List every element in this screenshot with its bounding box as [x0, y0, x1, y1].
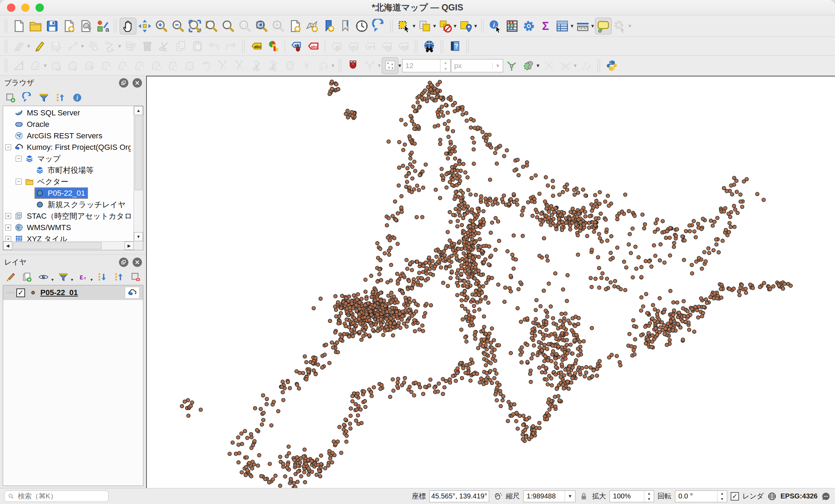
toggle-editing-button[interactable]	[31, 38, 48, 55]
search-input[interactable]	[17, 492, 105, 501]
layout-manager-button[interactable]	[77, 18, 94, 34]
collapse-arrow-icon[interactable]: −	[16, 156, 22, 162]
horizontal-scroll-thumb[interactable]	[13, 242, 102, 249]
expand-all-button[interactable]	[96, 270, 110, 284]
measure-button[interactable]	[574, 18, 591, 34]
enable-snapping-button[interactable]	[344, 57, 361, 74]
zoom-window-button[interactable]	[35, 3, 44, 12]
filter-browser-button[interactable]	[37, 91, 51, 105]
statistical-summary-button[interactable]	[504, 18, 520, 34]
collapse-all-browser-button[interactable]	[54, 91, 67, 105]
show-statistics-button[interactable]: Σ	[537, 18, 554, 34]
chevron-down-icon[interactable]: ▼	[492, 63, 503, 68]
spin-down-icon[interactable]: ▼	[440, 66, 451, 72]
new-spatial-bookmark-button[interactable]: ✱	[320, 18, 337, 34]
open-layer-styling-button[interactable]	[3, 270, 17, 284]
zoom-out-button[interactable]	[170, 18, 186, 34]
scroll-up-arrow[interactable]: ▲	[134, 106, 143, 115]
layers-float-button[interactable]	[119, 258, 128, 267]
filter-legend-button[interactable]	[56, 270, 70, 284]
tree-item--[interactable]: −マップ	[3, 153, 134, 164]
locator-search[interactable]	[4, 490, 109, 502]
remove-layer-button[interactable]	[129, 270, 143, 284]
identify-features-button[interactable]: i	[487, 18, 504, 34]
collapse-all-layers-button[interactable]	[112, 270, 126, 284]
zoom-full-button[interactable]	[186, 18, 203, 34]
manage-map-themes-button[interactable]	[37, 270, 51, 284]
tree-item-wms-wmts[interactable]: +WMS/WMTS	[3, 222, 134, 233]
select-by-location-button[interactable]	[458, 18, 474, 34]
collapse-arrow-icon[interactable]: −	[5, 144, 11, 150]
select-by-location-dropdown-arrow[interactable]: ▾	[474, 23, 477, 29]
spin-down-icon[interactable]: ▼	[717, 496, 727, 502]
scroll-right-arrow[interactable]: ▶	[125, 242, 134, 250]
processing-toolbox-button[interactable]	[520, 18, 537, 34]
render-checkbox[interactable]: ✓	[731, 492, 739, 501]
select-by-value-dropdown-arrow[interactable]: ▾	[433, 23, 436, 29]
browser-float-button[interactable]	[119, 78, 128, 88]
temporal-controller-button[interactable]	[353, 18, 370, 34]
magnifier-spinbox[interactable]: 100% ▲▼	[610, 490, 654, 502]
layer-visibility-checkbox[interactable]: ✓	[16, 288, 25, 297]
show-bookmarks-button[interactable]	[337, 18, 353, 34]
select-features-dropdown-arrow[interactable]: ▾	[413, 23, 415, 29]
minimize-window-button[interactable]	[21, 3, 30, 12]
metasearch-button[interactable]	[421, 38, 437, 55]
new-project-button[interactable]	[10, 18, 27, 34]
snapping-type-dropdown-arrow[interactable]: ▾	[398, 62, 401, 69]
tree-item-stac-[interactable]: +STAC（時空間アセットカタログ）	[3, 210, 134, 222]
browser-properties-button[interactable]: i	[70, 91, 84, 105]
spin-up-icon[interactable]: ▲	[440, 59, 451, 66]
browser-horizontal-scrollbar[interactable]: ◀ ▶	[3, 241, 134, 250]
zoom-in-button[interactable]	[153, 18, 170, 34]
expand-arrow-icon[interactable]: +	[5, 236, 11, 241]
browser-close-button[interactable]	[133, 78, 142, 88]
add-selected-layers-button[interactable]	[3, 91, 17, 105]
snapping-type-button[interactable]	[382, 57, 398, 74]
scale-combobox[interactable]: 1:989488 ▼	[523, 490, 575, 502]
zoom-to-layer-button[interactable]	[203, 18, 220, 34]
expand-arrow-icon[interactable]: +	[5, 225, 11, 230]
lock-scale-icon[interactable]	[579, 491, 589, 501]
manage-map-themes-dropdown-arrow[interactable]: ▾	[51, 277, 54, 282]
select-by-value-button[interactable]	[416, 18, 433, 34]
layer-labeling-button[interactable]: abc	[248, 38, 265, 55]
pin-labels-button[interactable]: ab	[288, 38, 305, 55]
collapse-arrow-icon[interactable]: −	[16, 179, 22, 185]
tree-item-p05-22_01[interactable]: P05-22_01	[3, 187, 134, 199]
spin-up-icon[interactable]: ▲	[717, 491, 727, 496]
chevron-down-icon[interactable]: ▼	[565, 491, 575, 502]
rotation-spinbox[interactable]: 0.0 ° ▲▼	[675, 490, 727, 502]
new-map-view-button[interactable]: ✱	[287, 18, 303, 34]
tree-item-arcgis-rest-servers[interactable]: ArcGIS REST Servers	[3, 130, 134, 141]
highlight-pinned-labels-button[interactable]: abc	[305, 38, 321, 55]
add-group-button[interactable]	[20, 270, 34, 284]
vertical-scroll-thumb[interactable]	[135, 116, 142, 190]
refresh-map-button[interactable]	[370, 18, 387, 34]
tree-item-xyz-[interactable]: +XYZ タイル	[3, 233, 134, 241]
pan-map-button[interactable]	[120, 18, 136, 34]
avoid-overlap-button[interactable]	[520, 57, 536, 74]
open-attribute-table-dropdown-arrow[interactable]: ▾	[571, 23, 573, 29]
mouse-position-icon[interactable]	[493, 491, 502, 501]
filter-by-expression-dropdown-arrow[interactable]: ▾	[90, 277, 93, 282]
tree-item--[interactable]: 市町村役場等	[3, 164, 134, 176]
avoid-overlap-dropdown-arrow[interactable]: ▾	[536, 62, 539, 69]
filter-legend-dropdown-arrow[interactable]: ▾	[71, 277, 73, 282]
tree-item-kumoy-first-project-qgis-orga[interactable]: −Kumoy: First Project(QGIS Orga	[3, 141, 134, 153]
measure-dropdown-arrow[interactable]: ▾	[591, 23, 594, 29]
refresh-browser-button[interactable]	[20, 91, 34, 105]
new-print-layout-button[interactable]: ✱	[61, 18, 77, 34]
layer-symbol-swatch[interactable]	[31, 291, 35, 294]
tree-item-oracle[interactable]: Oracle	[3, 119, 134, 130]
layer-item-p05-22_01[interactable]: ✓ P05-22_01	[3, 285, 143, 300]
open-project-button[interactable]	[27, 18, 44, 34]
select-features-button[interactable]	[396, 18, 413, 34]
map-view[interactable]	[146, 76, 835, 488]
map-tips-button[interactable]	[595, 18, 612, 34]
deselect-features-dropdown-arrow[interactable]: ▾	[454, 23, 456, 29]
scroll-left-arrow[interactable]: ◀	[3, 242, 12, 250]
style-manager-button[interactable]: a	[94, 18, 111, 34]
layer-diagram-button[interactable]	[265, 38, 281, 55]
tree-item--[interactable]: 新規スクラッチレイヤ	[3, 199, 134, 210]
